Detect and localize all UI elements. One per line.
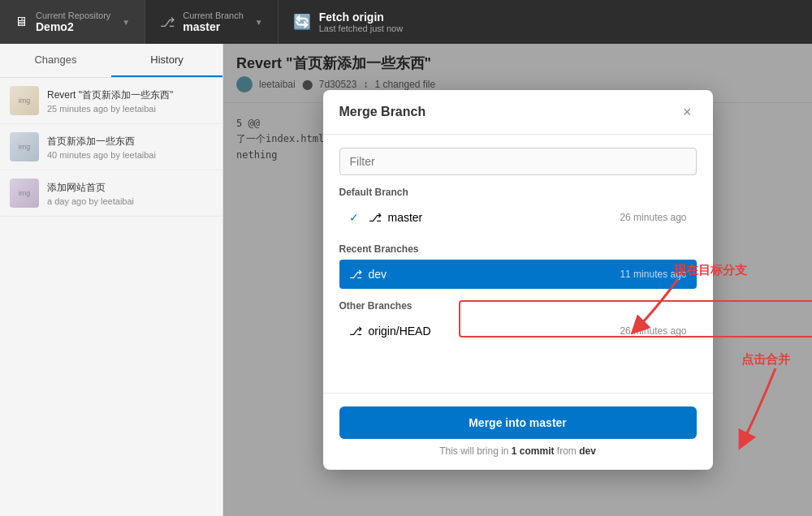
fetch-label: Fetch origin [319,11,403,24]
sidebar-tabs: Changes History [0,44,222,78]
branch-icon-master: ⎇ [369,211,382,224]
branch-name-master: master [388,211,423,224]
modal-footer: Merge into master This will bring in 1 c… [323,393,713,470]
merge-note-suffix: from [555,445,580,457]
main-layout: Changes History img Revert "首页新添加一些东西" 2… [0,44,812,516]
modal-body: Default Branch ✓ ⎇ master 26 minutes ago… [323,135,713,393]
merge-note-branch: dev [579,445,596,457]
branch-time-master: 26 minutes ago [620,212,686,223]
commit-title-0: Revert "首页新添加一些东西" [47,88,213,102]
branch-icon: ⎇ [160,15,175,30]
branch-filter-input[interactable] [339,148,697,175]
check-icon: ✓ [349,211,359,224]
fetch-icon: 🔄 [293,13,311,31]
recent-branch-label: Recent Branches [339,243,697,255]
commit-item[interactable]: img 首页新添加一些东西 40 minutes ago by leetaiba… [0,124,222,170]
fetch-button[interactable]: 🔄 Fetch origin Last fetched just now [279,11,417,33]
repo-chevron-icon: ▼ [122,18,130,27]
commit-title-1: 首页新添加一些东西 [47,135,213,148]
branch-name-origin: origin/HEAD [369,325,431,338]
branch-name: master [183,20,244,33]
commit-thumbnail: img [10,178,39,208]
tab-history[interactable]: History [111,44,222,77]
branch-chevron-icon: ▼ [255,18,263,27]
modal-spacer [339,347,697,380]
branch-icon-origin: ⎇ [349,325,362,338]
modal-header: Merge Branch × [323,90,713,135]
branch-name-dev: dev [369,268,387,281]
arrow-to-merge [710,360,812,458]
commit-list: img Revert "首页新添加一些东西" 25 minutes ago by… [0,78,222,516]
sidebar: Changes History img Revert "首页新添加一些东西" 2… [0,44,223,516]
main-content: Revert "首页新添加一些东西" leetaibai ⬤ 7d30523 ↕… [223,44,812,516]
merge-branch-modal: Merge Branch × Default Branch ✓ ⎇ master… [323,90,713,470]
merge-into-master-button[interactable]: Merge into master [339,406,697,439]
commit-thumbnail: img [10,86,39,115]
merge-note-count: 1 commit [512,445,555,457]
merge-note-prefix: This will bring in [439,445,512,457]
repo-name: Demo2 [36,20,110,33]
other-branch-label: Other Branches [339,300,697,312]
branch-item-dev[interactable]: ⎇ dev 11 minutes ago [339,260,697,289]
merge-note: This will bring in 1 commit from dev [339,445,697,457]
commit-title-2: 添加网站首页 [47,181,213,195]
branch-icon-dev: ⎇ [349,268,362,281]
branch-item-origin-head[interactable]: ⎇ origin/HEAD 26 minutes ago [339,316,697,346]
commit-meta-0: 25 minutes ago by leetaibai [47,104,213,114]
branch-label: Current Branch [183,11,244,20]
default-branch-label: Default Branch [339,187,697,198]
commit-info: 首页新添加一些东西 40 minutes ago by leetaibai [47,135,213,160]
commit-item[interactable]: img Revert "首页新添加一些东西" 25 minutes ago by… [0,78,222,124]
repo-selector[interactable]: 🖥 Current Repository Demo2 ▼ [0,0,145,44]
branch-item-master[interactable]: ✓ ⎇ master 26 minutes ago [339,203,697,232]
branch-selector[interactable]: ⎇ Current Branch master ▼ [145,0,279,44]
repo-icon: 🖥 [15,15,28,29]
commit-thumbnail: img [10,132,39,161]
modal-overlay: Merge Branch × Default Branch ✓ ⎇ master… [223,44,812,516]
tab-changes[interactable]: Changes [0,44,111,77]
branch-time-origin: 26 minutes ago [620,325,686,337]
commit-meta-2: a day ago by leetaibai [47,196,213,206]
app-header: 🖥 Current Repository Demo2 ▼ ⎇ Current B… [0,0,812,44]
modal-title: Merge Branch [339,105,426,119]
modal-close-button[interactable]: × [678,103,697,121]
commit-item[interactable]: img 添加网站首页 a day ago by leetaibai [0,170,222,217]
commit-info: 添加网站首页 a day ago by leetaibai [47,181,213,206]
commit-meta-1: 40 minutes ago by leetaibai [47,150,213,160]
repo-label: Current Repository [36,11,110,20]
commit-info: Revert "首页新添加一些东西" 25 minutes ago by lee… [47,88,213,114]
annotation-click-merge: 点击合并 [741,352,790,368]
fetch-sub: Last fetched just now [319,24,403,33]
branch-time-dev: 11 minutes ago [620,269,686,280]
